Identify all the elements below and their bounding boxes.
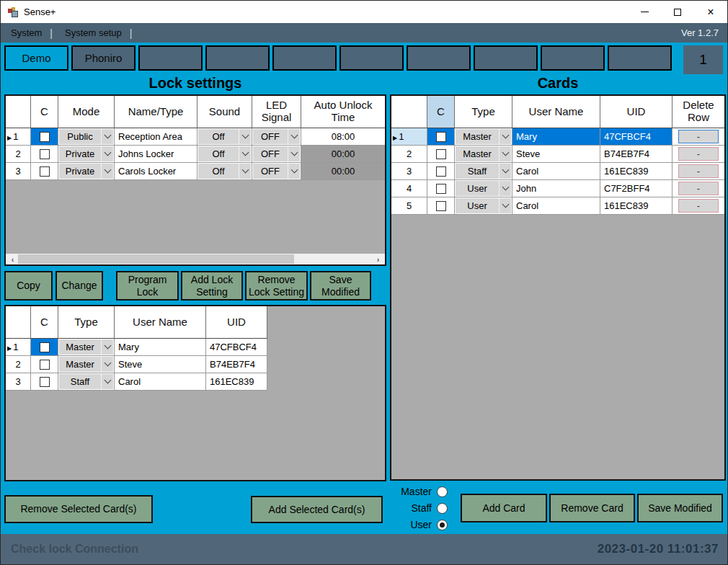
mode-dropdown[interactable]: Public	[58, 128, 115, 146]
program-lock-button[interactable]: Program Lock	[116, 271, 179, 301]
corner-header[interactable]	[391, 96, 427, 128]
chevron-down-icon[interactable]	[499, 129, 511, 144]
chevron-down-icon[interactable]	[288, 146, 300, 161]
checkbox-unchecked-icon[interactable]	[40, 377, 50, 387]
user-name-cell[interactable]: Carol	[115, 373, 206, 391]
checkbox-unchecked-icon[interactable]	[436, 166, 446, 177]
col-header-uid[interactable]: UID	[600, 96, 672, 128]
tab-empty-5[interactable]	[272, 45, 337, 71]
checkbox-unchecked-icon[interactable]	[40, 149, 50, 159]
tab-empty-3[interactable]	[138, 45, 203, 71]
horizontal-scrollbar[interactable]: ‹ ›	[6, 254, 385, 264]
add-selected-cards-button[interactable]: Add Selected Card(s)	[251, 496, 383, 523]
chevron-down-icon[interactable]	[499, 198, 511, 213]
user-name-cell[interactable]: Steve	[115, 356, 206, 373]
sound-dropdown[interactable]: Off	[197, 163, 252, 180]
sound-dropdown[interactable]: Off	[197, 146, 252, 163]
c-checkbox-cell[interactable]	[427, 197, 455, 215]
col-header-delete-row[interactable]: Delete Row	[672, 96, 724, 128]
checkbox-unchecked-icon[interactable]	[40, 360, 50, 370]
col-header-uid[interactable]: UID	[206, 306, 267, 339]
col-header-type[interactable]: Type	[58, 306, 115, 339]
radio-option-user[interactable]: User	[390, 519, 448, 530]
corner-header[interactable]	[6, 96, 31, 128]
uid-cell[interactable]: B74EB7F4	[600, 146, 672, 163]
uid-cell[interactable]: 47CFBCF4	[206, 339, 267, 356]
chevron-down-icon[interactable]	[101, 339, 113, 355]
tab-empty-10[interactable]	[608, 45, 672, 71]
chevron-down-icon[interactable]	[499, 181, 511, 196]
col-header-user-name[interactable]: User Name	[115, 306, 206, 339]
delete-row-button[interactable]: -	[678, 182, 719, 195]
row-header[interactable]: 3	[391, 163, 427, 180]
menu-item-system[interactable]: System	[5, 27, 48, 38]
tab-phoniro[interactable]: Phoniro	[71, 45, 136, 71]
type-dropdown[interactable]: Master	[58, 356, 115, 373]
row-header[interactable]: 1	[6, 128, 31, 146]
add-lock-setting-button[interactable]: Add Lock Setting	[181, 271, 243, 301]
c-checkbox-cell[interactable]	[31, 146, 58, 163]
scroll-right-arrow-icon[interactable]: ›	[373, 254, 383, 264]
chevron-down-icon[interactable]	[239, 164, 251, 179]
checkbox-unchecked-icon[interactable]	[40, 132, 50, 142]
c-checkbox-cell[interactable]	[31, 356, 58, 373]
c-checkbox-cell[interactable]	[31, 373, 58, 391]
delete-row-button[interactable]: -	[678, 164, 719, 178]
col-header-mode[interactable]: Mode	[58, 96, 115, 128]
copy-button[interactable]: Copy	[4, 271, 53, 301]
chevron-down-icon[interactable]	[499, 146, 511, 161]
type-dropdown[interactable]: Master	[455, 128, 512, 146]
add-card-button[interactable]: Add Card	[461, 494, 547, 522]
row-header[interactable]: 1	[391, 128, 427, 146]
tab-demo[interactable]: Demo	[4, 45, 68, 71]
uid-cell[interactable]: 161EC839	[206, 373, 267, 391]
tab-empty-8[interactable]	[474, 45, 538, 71]
name-type-cell[interactable]: Carols Locker	[115, 163, 197, 180]
uid-cell[interactable]: 161EC839	[600, 197, 672, 215]
sound-dropdown[interactable]: Off	[197, 128, 252, 146]
uid-cell[interactable]: B74EB7F4	[206, 356, 267, 373]
col-header-c[interactable]: C	[31, 96, 58, 128]
chevron-down-icon[interactable]	[288, 129, 300, 144]
c-checkbox-cell[interactable]	[31, 128, 58, 146]
chevron-down-icon[interactable]	[499, 164, 511, 179]
change-button[interactable]: Change	[56, 271, 103, 301]
close-button[interactable]: ×	[694, 1, 727, 23]
mode-dropdown[interactable]: Private	[58, 163, 115, 180]
row-header[interactable]: 4	[391, 180, 427, 197]
user-name-cell[interactable]: Steve	[512, 146, 600, 163]
maximize-button[interactable]	[661, 1, 694, 23]
save-modified-cards-button[interactable]: Save Modified	[637, 494, 723, 522]
led-signal-dropdown[interactable]: OFF	[252, 128, 301, 146]
led-signal-dropdown[interactable]: OFF	[252, 163, 301, 180]
c-checkbox-cell[interactable]	[427, 180, 455, 197]
delete-row-button[interactable]: -	[678, 130, 719, 143]
minimize-button[interactable]	[628, 1, 661, 23]
checkbox-unchecked-icon[interactable]	[436, 201, 446, 211]
col-header-auto-unlock-time[interactable]: Auto Unlock Time	[301, 96, 385, 128]
col-header-name-type[interactable]: Name/Type	[115, 96, 197, 128]
row-header[interactable]: 5	[391, 197, 427, 215]
name-type-cell[interactable]: Johns Locker	[115, 146, 197, 163]
row-header[interactable]: 2	[6, 356, 31, 373]
c-checkbox-cell[interactable]	[31, 163, 58, 180]
tab-empty-4[interactable]	[205, 45, 270, 71]
type-dropdown[interactable]: Staff	[455, 163, 512, 180]
checkbox-unchecked-icon[interactable]	[40, 342, 50, 352]
user-name-cell[interactable]: John	[512, 180, 600, 197]
checkbox-unchecked-icon[interactable]	[40, 166, 50, 177]
row-header[interactable]: 1	[6, 339, 31, 356]
chevron-down-icon[interactable]	[239, 146, 251, 161]
col-header-sound[interactable]: Sound	[197, 96, 252, 128]
row-header[interactable]: 2	[6, 146, 31, 163]
user-name-cell[interactable]: Carol	[512, 197, 600, 215]
corner-header[interactable]	[6, 306, 31, 339]
row-header[interactable]: 3	[6, 373, 31, 391]
col-header-c[interactable]: C	[31, 306, 58, 339]
checkbox-unchecked-icon[interactable]	[436, 149, 446, 159]
chevron-down-icon[interactable]	[101, 164, 113, 179]
delete-row-button[interactable]: -	[678, 147, 719, 161]
c-checkbox-cell[interactable]	[427, 128, 455, 146]
name-type-cell[interactable]: Reception Area	[115, 128, 197, 146]
uid-cell[interactable]: 161EC839	[600, 163, 672, 180]
